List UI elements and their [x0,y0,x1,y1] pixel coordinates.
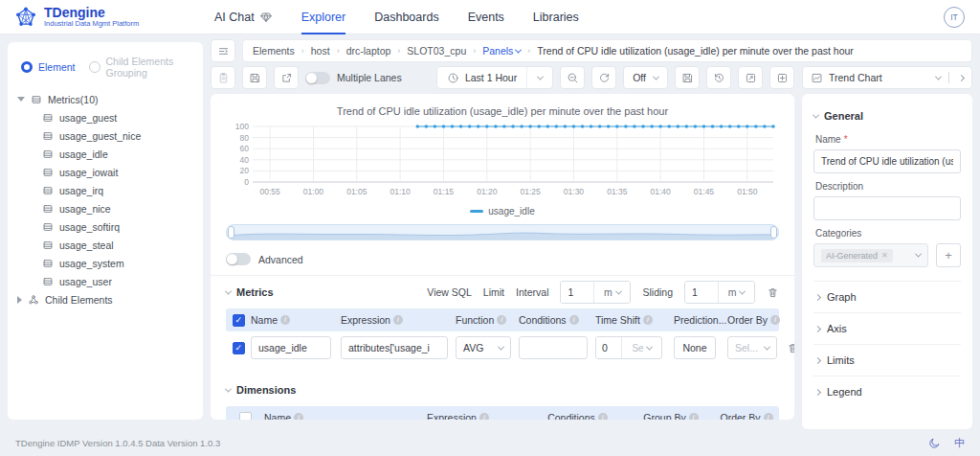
tree-node-child-elements[interactable]: Child Elements [17,290,193,308]
multiple-lanes-toggle[interactable] [305,72,330,84]
breadcrumb-drc-laptop[interactable]: drc-laptop [346,45,391,57]
auto-refresh-select[interactable]: Off [623,66,668,89]
category-tag[interactable]: AI-Generated [821,249,893,262]
time-range-select[interactable]: Last 1 Hour [436,66,553,89]
child-grouping-radio-label[interactable]: Child Elements Grouping [106,56,193,79]
interval-label: Interval [516,286,548,298]
advanced-toggle[interactable] [226,253,251,265]
add-category-button[interactable]: + [936,243,961,267]
panel-editor: Trend of CPU idle utilization (usage_idl… [211,94,794,420]
trend-chart-svg[interactable]: 02040608010000:5501:0001:0501:1001:1501:… [226,119,779,201]
tree-node-metric[interactable]: usage_steal [42,236,193,254]
view-sql-link[interactable]: View SQL [427,286,472,298]
refresh-button[interactable] [591,66,616,89]
time-shift-unit-select[interactable]: Se [621,337,661,358]
conditions-input[interactable] [519,336,588,359]
time-shift-group[interactable]: Se [595,336,662,359]
interval-unit-select[interactable]: m [593,282,630,303]
row-checkbox[interactable] [233,342,245,354]
trash-icon[interactable] [787,342,794,354]
caret-right-icon[interactable] [17,296,22,304]
description-input[interactable] [813,196,961,220]
language-icon[interactable]: 中 [954,436,965,450]
breadcrumb-panels-dropdown[interactable]: Panels [482,45,521,57]
order-by-select[interactable]: Sel... [727,336,777,359]
trash-icon[interactable] [767,286,779,299]
element-radio[interactable] [21,61,33,73]
collapse-sidebar-button[interactable] [211,39,235,62]
nav-dashboards[interactable]: Dashboards [374,0,438,34]
function-select[interactable]: AVG [456,336,511,359]
save-as-button[interactable] [675,66,700,89]
svg-text:01:30: 01:30 [564,187,585,196]
chart-name-input[interactable] [813,149,961,173]
nav-libraries[interactable]: Libraries [533,0,579,34]
chevron-down-icon[interactable] [225,287,232,294]
time-range-chevron[interactable] [527,67,552,88]
user-avatar[interactable]: IT [944,7,965,28]
zoom-out-button[interactable] [560,66,585,89]
metrics-section-title[interactable]: Metrics [236,286,274,298]
tree-node-metric[interactable]: usage_irq [42,181,193,199]
tree-node-metric[interactable]: usage_nice [42,199,193,217]
breadcrumb-host[interactable]: host [311,45,330,57]
brand-name: TDengine [44,6,139,19]
metric-expression-input[interactable] [341,336,448,359]
info-icon [764,413,773,420]
sliding-input[interactable] [685,282,718,303]
datazoom-slider[interactable] [226,224,779,240]
breadcrumb-elements[interactable]: Elements [253,45,295,57]
graph-section-toggle[interactable]: Graph [813,281,961,312]
element-radio-label[interactable]: Element [38,61,76,73]
chart-type-select[interactable]: Trend Chart [802,66,972,89]
axis-section-toggle[interactable]: Axis [813,312,961,344]
nav-events[interactable]: Events [468,0,504,34]
chart-legend[interactable]: usage_idle [226,206,779,217]
chevron-down-icon[interactable] [225,385,232,392]
nav-ai-chat[interactable]: AI Chat [214,0,273,34]
child-grouping-radio[interactable] [89,61,100,73]
brand-logo[interactable]: TDengine Industrial Data Mgmt Platform [0,5,201,30]
select-all-checkbox[interactable] [239,412,252,421]
time-shift-input[interactable] [596,337,621,358]
limit-link[interactable]: Limit [483,286,504,298]
limits-section-toggle[interactable]: Limits [813,344,961,376]
legend-section-toggle[interactable]: Legend [813,376,961,407]
tree-node-metric[interactable]: usage_softirq [42,217,193,236]
order-by-value: Sel... [735,342,758,353]
info-icon [770,315,780,325]
tree-node-metrics-group[interactable]: Metrics(10) [17,90,193,108]
history-button[interactable] [706,66,731,89]
caret-down-icon[interactable] [17,97,25,102]
tree-node-metric[interactable]: usage_iowait [42,163,193,181]
tree-node-metric[interactable]: usage_guest [42,108,193,126]
dimensions-section-title[interactable]: Dimensions [236,384,296,396]
interval-input[interactable] [561,282,593,303]
share-button[interactable] [274,66,299,89]
datazoom-handle-right[interactable] [770,226,777,239]
tree-node-metric[interactable]: usage_user [42,272,193,290]
clipboard-button[interactable] [211,66,235,89]
export-button[interactable] [738,66,763,89]
chevron-down-icon[interactable] [813,111,819,118]
sliding-unit-select[interactable]: m [718,282,754,303]
metric-name-input[interactable] [251,336,331,359]
tree-node-metric[interactable]: usage_guest_nice [42,126,193,145]
collapse-list-icon [217,45,230,57]
collapse-panel-icon[interactable] [958,74,965,80]
prediction-button[interactable]: None [674,336,716,359]
tree-node-metric[interactable]: usage_idle [42,145,193,163]
categories-select[interactable]: AI-Generated [813,243,928,267]
breadcrumb-slot03-cpu[interactable]: SLOT03_cpu [407,45,466,57]
nav-explorer[interactable]: Explorer [301,0,346,34]
info-icon [479,413,489,420]
tree-node-metric[interactable]: usage_system [42,254,193,272]
chevron-right-icon [814,293,821,300]
datazoom-handle-left[interactable] [228,226,234,239]
save-button[interactable] [242,66,267,89]
select-all-checkbox[interactable] [233,314,245,327]
general-section-title[interactable]: General [824,110,863,122]
chevron-down-icon [739,287,746,294]
add-panel-button[interactable] [769,66,794,89]
dark-mode-icon[interactable] [928,437,941,449]
